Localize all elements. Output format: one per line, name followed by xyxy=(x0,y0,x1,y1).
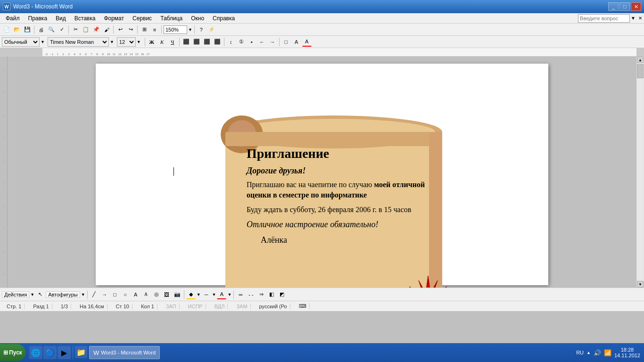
italic-button[interactable]: К xyxy=(157,37,167,47)
wizard-button[interactable]: ⚡ xyxy=(207,25,216,34)
font-dropdown-icon[interactable]: ▼ xyxy=(110,40,114,44)
menu-tools[interactable]: Сервис xyxy=(129,14,156,23)
taskbar-file-explorer[interactable]: 📁 xyxy=(75,346,87,358)
scroll-track[interactable] xyxy=(637,63,644,281)
select-tool-button[interactable]: ↖ xyxy=(35,290,45,299)
taskbar-word-item[interactable]: W Word3 - Microsoft Word xyxy=(89,346,160,359)
fill-color-button[interactable]: ◆ xyxy=(186,290,196,299)
menu-table[interactable]: Таблица xyxy=(157,14,186,23)
save-button[interactable]: 💾 xyxy=(23,25,32,34)
decrease-indent-button[interactable]: ← xyxy=(257,37,267,47)
print-button[interactable]: 🖨 xyxy=(36,25,46,34)
columns-button[interactable]: ≡ xyxy=(150,25,159,34)
redo-button[interactable]: ↪ xyxy=(126,25,135,34)
size-select[interactable]: 12 xyxy=(117,37,136,47)
autoshapes-menu[interactable]: Автофигуры xyxy=(46,291,80,298)
close-button[interactable]: ✕ xyxy=(631,2,641,11)
align-left-button[interactable]: ⬛ xyxy=(182,37,191,47)
title-bar-controls[interactable]: _ □ ✕ xyxy=(608,2,641,11)
zoom-input[interactable] xyxy=(164,25,187,34)
scroll-down-button[interactable]: ▼ xyxy=(637,281,644,288)
ruler-tick: 13 xyxy=(123,52,128,56)
chrome-icon[interactable]: 🔵 xyxy=(43,346,57,359)
outside-border-button[interactable]: □ xyxy=(281,37,291,47)
scroll-up-button[interactable]: ▲ xyxy=(637,57,644,63)
line-color-button[interactable]: ─ xyxy=(202,290,211,299)
fill-color-dropdown[interactable]: ▼ xyxy=(197,292,201,297)
menu-edit[interactable]: Правка xyxy=(25,14,51,23)
diagram-button[interactable]: ◎ xyxy=(152,290,161,299)
bold-button[interactable]: Ж xyxy=(147,37,157,47)
close-search-icon[interactable]: ✕ xyxy=(638,16,642,21)
line-style-button[interactable]: ═ xyxy=(236,290,245,299)
font-color-button[interactable]: A xyxy=(302,37,312,47)
scroll-thumb[interactable] xyxy=(637,64,644,78)
document-page[interactable]: Приглашение Дорогие друзья! Приглашаю ва… xyxy=(96,64,548,285)
actions-menu[interactable]: Действия xyxy=(2,291,29,298)
arrow-style-button[interactable]: ⇒ xyxy=(256,290,266,299)
menu-view[interactable]: Вид xyxy=(52,14,70,23)
start-button[interactable]: ⊞ Пуск xyxy=(0,344,25,361)
highlight-button[interactable]: A xyxy=(292,37,301,47)
ie-icon[interactable]: 🌐 xyxy=(29,346,42,359)
clipart-button[interactable]: 🖼 xyxy=(162,290,172,299)
format-painter-button[interactable]: 🖌 xyxy=(102,25,111,34)
arrow-tool-button[interactable]: → xyxy=(100,290,109,299)
ellipse-tool-button[interactable]: ○ xyxy=(121,290,130,299)
font-color-dropdown[interactable]: ▼ xyxy=(227,292,231,297)
preview-button[interactable]: 🔍 xyxy=(47,25,56,34)
menu-insert[interactable]: Вставка xyxy=(71,14,99,23)
search-dropdown-icon[interactable]: ▼ xyxy=(631,16,636,21)
underline-button[interactable]: Ч xyxy=(168,37,177,47)
shadow-button[interactable]: ◧ xyxy=(267,290,276,299)
numbering-button[interactable]: ① xyxy=(237,37,246,47)
bullets-button[interactable]: • xyxy=(247,37,256,47)
page-area[interactable]: Приглашение Дорогие друзья! Приглашаю ва… xyxy=(8,57,636,288)
3d-button[interactable]: ◩ xyxy=(277,290,287,299)
wordart-tool-button[interactable]: Ａ xyxy=(141,290,151,299)
cut-button[interactable]: ✂ xyxy=(71,25,80,34)
paste-button[interactable]: 📌 xyxy=(91,25,101,34)
line-spacing-button[interactable]: ↕ xyxy=(226,37,236,47)
media-icon[interactable]: ▶ xyxy=(58,346,71,359)
invitation-text-area: Приглашение Дорогие друзья! Приглашаю ва… xyxy=(239,141,452,288)
open-button[interactable]: 📂 xyxy=(12,25,22,34)
copy-button[interactable]: 📋 xyxy=(81,25,91,34)
textbox-tool-button[interactable]: A xyxy=(131,290,140,299)
zoom-dropdown-icon[interactable]: ▼ xyxy=(188,27,192,32)
undo-button[interactable]: ↩ xyxy=(116,25,125,34)
menu-help[interactable]: Справка xyxy=(209,14,239,23)
increase-indent-button[interactable]: → xyxy=(268,37,277,47)
maximize-button[interactable]: □ xyxy=(619,2,630,11)
actions-dropdown-icon[interactable]: ▼ xyxy=(30,292,34,297)
align-right-button[interactable]: ⬛ xyxy=(202,37,212,47)
size-dropdown-icon[interactable]: ▼ xyxy=(137,40,141,44)
menu-file[interactable]: Файл xyxy=(2,14,24,23)
menu-window[interactable]: Окно xyxy=(187,14,208,23)
help-button[interactable]: ? xyxy=(197,25,206,34)
volume-icon[interactable]: 📶 xyxy=(604,349,611,356)
style-select[interactable]: Обычный xyxy=(2,37,40,47)
lang-indicator[interactable]: RU xyxy=(576,350,584,355)
help-search-input[interactable] xyxy=(578,14,630,23)
line-color-dropdown[interactable]: ▼ xyxy=(212,292,216,297)
new-button[interactable]: 📄 xyxy=(2,25,11,34)
rect-tool-button[interactable]: □ xyxy=(110,290,120,299)
table-button[interactable]: ⊞ xyxy=(140,25,149,34)
image-button[interactable]: 📷 xyxy=(173,290,182,299)
spell-button[interactable]: ✓ xyxy=(57,25,66,34)
network-icon[interactable]: 🔊 xyxy=(594,349,601,356)
line-tool-button[interactable]: ╱ xyxy=(90,290,99,299)
autoshapes-dropdown-icon[interactable]: ▼ xyxy=(81,292,85,297)
vertical-scrollbar[interactable]: ▲ ▼ xyxy=(636,57,644,288)
font-color-draw-button[interactable]: A xyxy=(217,290,226,299)
font-select[interactable]: Times New Roman xyxy=(48,37,109,47)
align-center-button[interactable]: ⬛ xyxy=(192,37,201,47)
dash-style-button[interactable]: - - xyxy=(246,290,256,299)
status-zap: ЗАП xyxy=(163,304,180,309)
arrow-up-icon[interactable]: ▲ xyxy=(586,350,591,355)
align-justify-button[interactable]: ⬛ xyxy=(213,37,222,47)
style-dropdown-icon[interactable]: ▼ xyxy=(41,40,45,44)
minimize-button[interactable]: _ xyxy=(608,2,619,11)
menu-format[interactable]: Формат xyxy=(100,14,128,23)
